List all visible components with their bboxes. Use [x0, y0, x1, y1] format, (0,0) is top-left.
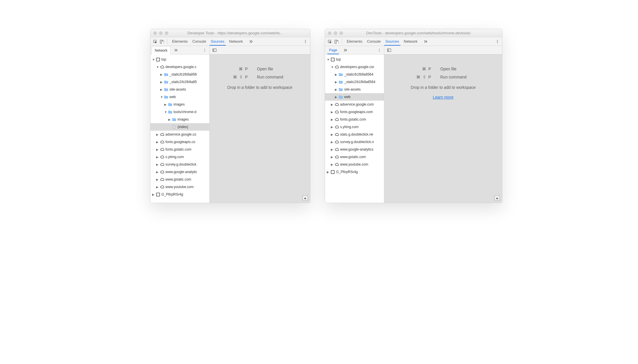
more-navigator-tabs-icon[interactable]: [342, 47, 349, 54]
tree-row[interactable]: ▶ adservice.google.com: [325, 101, 384, 108]
disclosure-arrow-icon[interactable]: ▶: [327, 170, 330, 174]
settings-menu-icon[interactable]: [302, 38, 309, 45]
tree-row[interactable]: ▶ web: [325, 93, 384, 101]
tree-row[interactable]: ▶ fonts.googleapis.com: [325, 108, 384, 116]
tree-row[interactable]: ▶ _static2/b1fb9a85: [150, 78, 209, 86]
disclosure-arrow-icon[interactable]: ▶: [156, 148, 159, 151]
tree-row[interactable]: ▶ adservice.google.co: [150, 131, 209, 138]
tab-sources[interactable]: Sources: [385, 39, 399, 44]
tree-row[interactable]: ▼ developers.google.c: [150, 63, 209, 71]
disclosure-arrow-icon[interactable]: ▶: [160, 73, 163, 76]
tab-elements[interactable]: Elements: [347, 39, 362, 44]
disclosure-arrow-icon[interactable]: ▶: [331, 118, 334, 121]
disclosure-arrow-icon[interactable]: ▶: [168, 118, 171, 121]
navigator-tab-page[interactable]: Page: [326, 48, 340, 52]
tree-row[interactable]: ▶ www.gstatic.com: [325, 153, 384, 161]
inspect-icon[interactable]: [326, 38, 333, 45]
more-navigator-tabs-icon[interactable]: [172, 47, 179, 54]
disclosure-arrow-icon[interactable]: ▶: [335, 73, 338, 76]
close-icon[interactable]: [328, 31, 331, 35]
tree-row[interactable]: ▶ G_P6rpRSr4g: [325, 168, 384, 176]
disclosure-arrow-icon[interactable]: ▼: [160, 95, 163, 99]
disclosure-arrow-icon[interactable]: ▶: [168, 125, 171, 129]
disclosure-arrow-icon[interactable]: ▶: [160, 88, 163, 91]
tree-row[interactable]: ▼ tools/chrome-d: [150, 108, 209, 116]
disclosure-arrow-icon[interactable]: ▶: [331, 110, 334, 114]
tree-row[interactable]: ▶ site-assets: [150, 86, 209, 93]
disclosure-arrow-icon[interactable]: ▼: [327, 58, 330, 61]
tree-row[interactable]: ▶ images: [150, 116, 209, 123]
tree-row[interactable]: ▼ top: [325, 56, 384, 63]
disclosure-arrow-icon[interactable]: ▶: [331, 163, 334, 166]
tree-row[interactable]: ▶ www.youtube.com: [325, 161, 384, 168]
tab-network[interactable]: Network: [404, 39, 418, 44]
tab-console[interactable]: Console: [367, 39, 381, 44]
zoom-icon[interactable]: [165, 31, 168, 35]
tree-row[interactable]: ▶ fonts.gstatic.com: [325, 116, 384, 123]
minimize-icon[interactable]: [334, 31, 337, 35]
inspect-icon[interactable]: [152, 38, 158, 45]
navigator-tab-network[interactable]: Network: [152, 46, 171, 55]
disclosure-arrow-icon[interactable]: ▶: [160, 80, 163, 84]
disclosure-arrow-icon[interactable]: ▶: [156, 133, 159, 136]
tree-row[interactable]: ▶ _static2/b1fb9a8564: [325, 78, 384, 86]
disclosure-arrow-icon[interactable]: ▶: [156, 163, 159, 166]
disclosure-arrow-icon[interactable]: ▶: [156, 140, 159, 144]
disclosure-arrow-icon[interactable]: ▶: [156, 155, 159, 159]
tab-console[interactable]: Console: [192, 39, 206, 44]
disclosure-arrow-icon[interactable]: ▶: [335, 88, 338, 91]
disclosure-arrow-icon[interactable]: ▶: [335, 80, 338, 84]
tree-row[interactable]: ▶ www.google-analytic: [150, 168, 209, 176]
tree-row[interactable]: ▼ developers.google.cor: [325, 63, 384, 71]
tree-row[interactable]: ▶ stats.g.doubleclick.ne: [325, 131, 384, 138]
tree-row[interactable]: ▶ www.gstatic.com: [150, 176, 209, 183]
show-navigator-icon[interactable]: [386, 47, 392, 53]
disclosure-arrow-icon[interactable]: ▶: [152, 193, 155, 196]
more-tabs-icon[interactable]: [422, 38, 429, 45]
disclosure-arrow-icon[interactable]: ▶: [156, 170, 159, 174]
navigator-menu-icon[interactable]: [201, 48, 208, 52]
close-icon[interactable]: [153, 31, 157, 35]
more-tabs-icon[interactable]: [247, 38, 254, 45]
disclosure-arrow-icon[interactable]: ▶: [331, 125, 334, 129]
disclosure-arrow-icon[interactable]: ▼: [164, 110, 167, 114]
tree-row[interactable]: ▶ (index): [150, 123, 209, 131]
tree-row[interactable]: ▼ top: [150, 56, 209, 63]
tree-row[interactable]: ▶ images: [150, 101, 209, 108]
disclosure-arrow-icon[interactable]: ▶: [164, 103, 167, 106]
learn-more-link[interactable]: Learn more: [433, 95, 454, 100]
disclosure-arrow-icon[interactable]: ▼: [156, 65, 159, 69]
zoom-icon[interactable]: [339, 31, 343, 35]
tree-row[interactable]: ▶ survey.g.doubleclick.n: [325, 138, 384, 146]
tree-row[interactable]: ▶ survey.g.doubleclick: [150, 161, 209, 168]
tree-row[interactable]: ▶ _static/b1fb9a856: [150, 71, 209, 78]
tree-row[interactable]: ▼ web: [150, 93, 209, 101]
tab-sources[interactable]: Sources: [211, 39, 225, 44]
disclosure-arrow-icon[interactable]: ▶: [331, 103, 334, 106]
disclosure-arrow-icon[interactable]: ▶: [331, 155, 334, 159]
device-mode-icon[interactable]: [158, 38, 165, 45]
tree-row[interactable]: ▶ www.youtube.com: [150, 183, 209, 191]
tree-row[interactable]: ▶ www.google-analytics: [325, 146, 384, 153]
disclosure-arrow-icon[interactable]: ▶: [156, 178, 159, 181]
show-drawer-icon[interactable]: ▲: [303, 195, 308, 200]
disclosure-arrow-icon[interactable]: ▼: [331, 65, 334, 69]
tree-row[interactable]: ▶ site-assets: [325, 86, 384, 93]
show-navigator-icon[interactable]: [211, 47, 218, 53]
disclosure-arrow-icon[interactable]: ▼: [152, 58, 155, 61]
tab-network[interactable]: Network: [229, 39, 243, 44]
disclosure-arrow-icon[interactable]: ▶: [156, 185, 159, 189]
navigator-menu-icon[interactable]: [376, 48, 383, 52]
show-drawer-icon[interactable]: ▲: [495, 195, 500, 200]
tree-row[interactable]: ▶ G_P6rpRSr4g: [150, 191, 209, 198]
tab-elements[interactable]: Elements: [172, 39, 188, 44]
tree-row[interactable]: ▶ fonts.googleapis.co: [150, 138, 209, 146]
disclosure-arrow-icon[interactable]: ▶: [331, 148, 334, 151]
disclosure-arrow-icon[interactable]: ▶: [331, 140, 334, 144]
tree-row[interactable]: ▶ s.ytimg.com: [150, 153, 209, 161]
tree-row[interactable]: ▶ _static/b1fb9a8564: [325, 71, 384, 78]
disclosure-arrow-icon[interactable]: ▶: [335, 95, 338, 99]
tree-row[interactable]: ▶ s.ytimg.com: [325, 123, 384, 131]
tree-row[interactable]: ▶ fonts.gstatic.com: [150, 146, 209, 153]
device-mode-icon[interactable]: [333, 38, 340, 45]
